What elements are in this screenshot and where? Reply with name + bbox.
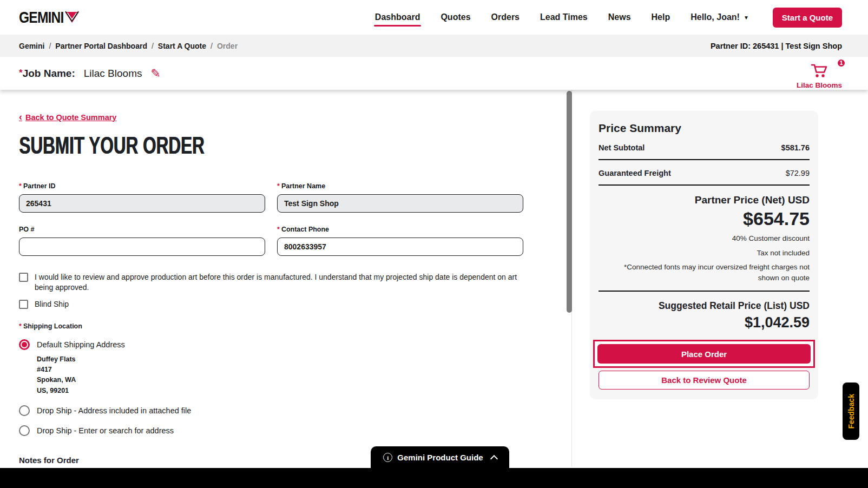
partner-price-block: Partner Price (Net) USD $654.75 40% Cust… bbox=[599, 186, 810, 291]
order-form-grid: *Partner ID *Partner Name PO # *Contact … bbox=[19, 182, 523, 256]
retail-price-value: $1,042.59 bbox=[599, 314, 810, 331]
breadcrumb: Gemini / Partner Portal Dashboard / Star… bbox=[19, 42, 238, 50]
radio-button[interactable] bbox=[19, 425, 30, 436]
breadcrumb-separator: / bbox=[49, 42, 51, 50]
net-subtotal-label: Net Subtotal bbox=[599, 143, 645, 152]
partner-name-input bbox=[277, 194, 523, 213]
address-line: Duffey Flats bbox=[37, 354, 523, 365]
gemini-logo-triangle-icon bbox=[64, 11, 80, 26]
start-a-quote-button[interactable]: Start a Quote bbox=[773, 8, 842, 28]
breadcrumb-partner-portal-dashboard[interactable]: Partner Portal Dashboard bbox=[55, 42, 147, 50]
footer-bar bbox=[0, 468, 868, 488]
retail-price-block: Suggested Retail Price (List) USD $1,042… bbox=[599, 292, 810, 339]
back-to-quote-summary-link[interactable]: ‹ Back to Quote Summary bbox=[19, 111, 116, 123]
po-number-input[interactable] bbox=[19, 238, 265, 256]
back-to-review-quote-button[interactable]: Back to Review Quote bbox=[599, 371, 810, 390]
required-asterisk: * bbox=[19, 68, 23, 78]
radio-drop-ship-attached-label: Drop Ship - Address included in attached… bbox=[37, 406, 191, 415]
user-greeting-text: Hello, Joan! bbox=[691, 12, 740, 22]
net-subtotal-value: $581.76 bbox=[781, 143, 810, 152]
back-link-text: Back to Quote Summary bbox=[25, 113, 116, 122]
guaranteed-freight-label: Guaranteed Freight bbox=[599, 169, 671, 177]
page-title: SUBMIT YOUR ORDER bbox=[19, 131, 372, 160]
cart-icon bbox=[810, 71, 829, 80]
required-asterisk: * bbox=[19, 322, 22, 330]
scrollbar-thumb[interactable] bbox=[567, 91, 572, 313]
cart-button[interactable]: 1 Lilac Blooms bbox=[797, 63, 842, 89]
gemini-logo-text: GEMINI bbox=[19, 8, 64, 27]
guaranteed-freight-value: $72.99 bbox=[786, 169, 810, 177]
cart-item-count-badge: 1 bbox=[837, 58, 846, 68]
product-guide-label: Gemini Product Guide bbox=[397, 453, 483, 462]
nav-tab-lead-times[interactable]: Lead Times bbox=[540, 2, 588, 33]
customer-discount-note: 40% Customer discount bbox=[599, 233, 810, 244]
breadcrumb-order-current: Order bbox=[217, 42, 238, 50]
partner-name-field-group: *Partner Name bbox=[277, 182, 523, 213]
nav-tab-quotes[interactable]: Quotes bbox=[440, 2, 470, 33]
address-line: Spokan, WA bbox=[37, 375, 523, 385]
contact-phone-label: *Contact Phone bbox=[277, 226, 523, 233]
net-subtotal-row: Net Subtotal $581.76 bbox=[599, 143, 810, 159]
radio-drop-ship-search-label: Drop Ship - Enter or search for address bbox=[37, 426, 174, 435]
shipping-location-label: *Shipping Location bbox=[19, 322, 523, 330]
main-content: ‹ Back to Quote Summary SUBMIT YOUR ORDE… bbox=[0, 90, 868, 466]
radio-button-selected[interactable] bbox=[19, 339, 30, 350]
radio-default-shipping-address[interactable]: Default Shipping Address bbox=[19, 339, 523, 350]
nav-tab-orders[interactable]: Orders bbox=[491, 2, 520, 33]
tax-note: Tax not included bbox=[599, 248, 810, 259]
top-header: GEMINI Dashboard Quotes Orders Lead Time… bbox=[0, 0, 868, 35]
guaranteed-freight-row: Guaranteed Freight $72.99 bbox=[599, 169, 810, 184]
po-number-field-group: PO # bbox=[19, 226, 265, 256]
breadcrumb-gemini[interactable]: Gemini bbox=[19, 42, 44, 50]
approve-art-checkbox[interactable] bbox=[19, 273, 28, 282]
blind-ship-checkbox[interactable] bbox=[19, 300, 28, 309]
user-menu[interactable]: Hello, Joan! ▼ bbox=[691, 12, 749, 22]
required-asterisk: * bbox=[277, 182, 280, 190]
price-summary-panel: Price Summary Net Subtotal $581.76 Guara… bbox=[590, 111, 818, 399]
partner-price-label: Partner Price (Net) USD bbox=[599, 194, 810, 206]
breadcrumb-bar: Gemini / Partner Portal Dashboard / Star… bbox=[0, 35, 868, 57]
place-order-highlight-annotation: Place Order bbox=[593, 340, 815, 368]
nav-tab-help[interactable]: Help bbox=[652, 2, 670, 33]
address-line: US, 99201 bbox=[37, 386, 523, 396]
blind-ship-checkbox-label: Blind Ship bbox=[35, 299, 69, 309]
divider bbox=[599, 159, 810, 160]
feedback-tab[interactable]: Feedback bbox=[843, 383, 859, 440]
nav-tab-dashboard[interactable]: Dashboard bbox=[375, 2, 420, 33]
radio-drop-ship-search-address[interactable]: Drop Ship - Enter or search for address bbox=[19, 425, 523, 436]
address-line: #417 bbox=[37, 365, 523, 375]
breadcrumb-separator: / bbox=[211, 42, 213, 50]
po-number-label: PO # bbox=[19, 226, 265, 233]
partner-id-label: *Partner ID bbox=[19, 182, 265, 190]
breadcrumb-separator: / bbox=[152, 42, 154, 50]
gemini-logo[interactable]: GEMINI bbox=[19, 8, 80, 27]
default-shipping-address-block: Duffey Flats #417 Spokan, WA US, 99201 bbox=[37, 354, 523, 397]
info-icon: i bbox=[383, 453, 392, 462]
required-asterisk: * bbox=[277, 226, 280, 233]
radio-drop-ship-attached-file[interactable]: Drop Ship - Address included in attached… bbox=[19, 405, 523, 416]
breadcrumb-start-a-quote[interactable]: Start A Quote bbox=[158, 42, 206, 50]
feedback-tab-label: Feedback bbox=[847, 394, 856, 429]
partner-id-input bbox=[19, 194, 265, 213]
contact-phone-field-group: *Contact Phone bbox=[277, 226, 523, 256]
gemini-product-guide-tab[interactable]: i Gemini Product Guide bbox=[371, 446, 509, 469]
radio-button[interactable] bbox=[19, 405, 30, 416]
place-order-button[interactable]: Place Order bbox=[597, 344, 811, 364]
edit-pencil-icon[interactable]: ✎ bbox=[150, 67, 160, 81]
chevron-up-icon bbox=[490, 455, 498, 463]
blind-ship-checkbox-row[interactable]: Blind Ship bbox=[19, 299, 523, 309]
retail-price-label: Suggested Retail Price (List) USD bbox=[599, 300, 810, 312]
required-asterisk: * bbox=[19, 182, 22, 190]
partner-price-value: $654.75 bbox=[599, 208, 810, 229]
main-nav: Dashboard Quotes Orders Lead Times News … bbox=[375, 2, 842, 33]
nav-tab-news[interactable]: News bbox=[608, 2, 631, 33]
connected-fonts-note: *Connected fonts may incur oversized fre… bbox=[609, 262, 810, 283]
job-name-value: Lilac Blooms bbox=[84, 68, 142, 80]
approve-art-checkbox-row[interactable]: I would like to review and approve produ… bbox=[19, 272, 523, 293]
partner-id-info: Partner ID: 265431 | Test Sign Shop bbox=[711, 42, 842, 50]
contact-phone-input[interactable] bbox=[277, 238, 523, 256]
chevron-left-icon: ‹ bbox=[19, 111, 22, 123]
chevron-down-icon: ▼ bbox=[744, 15, 749, 21]
approve-art-checkbox-label: I would like to review and approve produ… bbox=[35, 272, 523, 293]
partner-name-label: *Partner Name bbox=[277, 182, 523, 190]
